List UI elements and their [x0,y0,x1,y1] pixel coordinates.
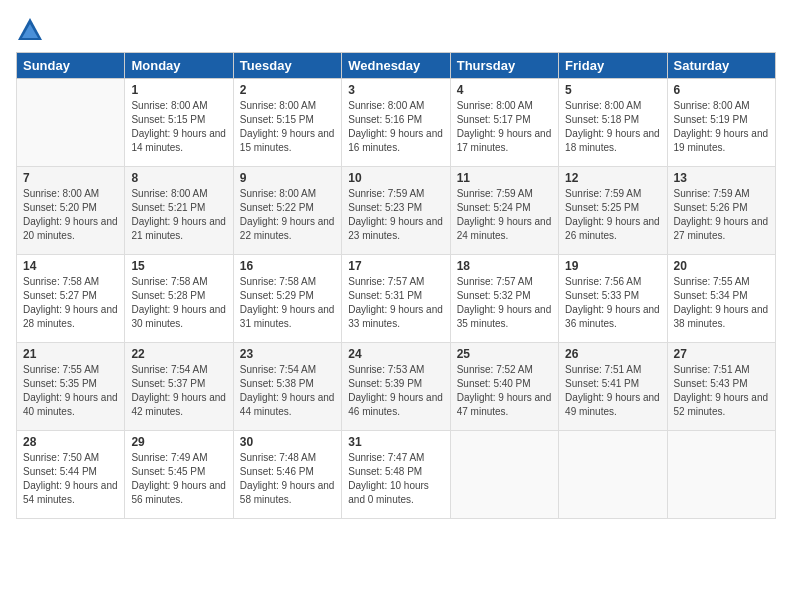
col-header-thursday: Thursday [450,53,558,79]
week-row-4: 21Sunrise: 7:55 AMSunset: 5:35 PMDayligh… [17,343,776,431]
day-info: Sunrise: 7:56 AMSunset: 5:33 PMDaylight:… [565,275,660,331]
day-number: 10 [348,171,443,185]
day-number: 2 [240,83,335,97]
day-cell: 3Sunrise: 8:00 AMSunset: 5:16 PMDaylight… [342,79,450,167]
day-number: 28 [23,435,118,449]
day-cell [17,79,125,167]
day-cell: 8Sunrise: 8:00 AMSunset: 5:21 PMDaylight… [125,167,233,255]
week-row-3: 14Sunrise: 7:58 AMSunset: 5:27 PMDayligh… [17,255,776,343]
day-info: Sunrise: 7:59 AMSunset: 5:26 PMDaylight:… [674,187,769,243]
day-cell: 20Sunrise: 7:55 AMSunset: 5:34 PMDayligh… [667,255,775,343]
day-info: Sunrise: 7:58 AMSunset: 5:28 PMDaylight:… [131,275,226,331]
day-cell: 2Sunrise: 8:00 AMSunset: 5:15 PMDaylight… [233,79,341,167]
day-info: Sunrise: 8:00 AMSunset: 5:16 PMDaylight:… [348,99,443,155]
day-info: Sunrise: 7:55 AMSunset: 5:35 PMDaylight:… [23,363,118,419]
day-info: Sunrise: 7:59 AMSunset: 5:24 PMDaylight:… [457,187,552,243]
day-info: Sunrise: 8:00 AMSunset: 5:15 PMDaylight:… [240,99,335,155]
day-info: Sunrise: 7:52 AMSunset: 5:40 PMDaylight:… [457,363,552,419]
day-number: 29 [131,435,226,449]
day-number: 24 [348,347,443,361]
day-cell: 5Sunrise: 8:00 AMSunset: 5:18 PMDaylight… [559,79,667,167]
day-info: Sunrise: 8:00 AMSunset: 5:17 PMDaylight:… [457,99,552,155]
day-number: 14 [23,259,118,273]
day-number: 31 [348,435,443,449]
header-row: SundayMondayTuesdayWednesdayThursdayFrid… [17,53,776,79]
day-info: Sunrise: 7:59 AMSunset: 5:25 PMDaylight:… [565,187,660,243]
day-cell: 21Sunrise: 7:55 AMSunset: 5:35 PMDayligh… [17,343,125,431]
day-cell: 17Sunrise: 7:57 AMSunset: 5:31 PMDayligh… [342,255,450,343]
day-number: 20 [674,259,769,273]
day-cell: 11Sunrise: 7:59 AMSunset: 5:24 PMDayligh… [450,167,558,255]
day-info: Sunrise: 7:50 AMSunset: 5:44 PMDaylight:… [23,451,118,507]
col-header-saturday: Saturday [667,53,775,79]
col-header-monday: Monday [125,53,233,79]
day-info: Sunrise: 8:00 AMSunset: 5:21 PMDaylight:… [131,187,226,243]
day-number: 25 [457,347,552,361]
day-number: 16 [240,259,335,273]
day-info: Sunrise: 7:54 AMSunset: 5:37 PMDaylight:… [131,363,226,419]
day-info: Sunrise: 7:49 AMSunset: 5:45 PMDaylight:… [131,451,226,507]
day-info: Sunrise: 7:55 AMSunset: 5:34 PMDaylight:… [674,275,769,331]
day-number: 19 [565,259,660,273]
day-number: 5 [565,83,660,97]
day-number: 30 [240,435,335,449]
logo [16,16,48,44]
day-cell [450,431,558,519]
day-info: Sunrise: 7:57 AMSunset: 5:31 PMDaylight:… [348,275,443,331]
day-cell: 19Sunrise: 7:56 AMSunset: 5:33 PMDayligh… [559,255,667,343]
col-header-tuesday: Tuesday [233,53,341,79]
day-cell: 6Sunrise: 8:00 AMSunset: 5:19 PMDaylight… [667,79,775,167]
day-number: 11 [457,171,552,185]
day-cell: 31Sunrise: 7:47 AMSunset: 5:48 PMDayligh… [342,431,450,519]
day-cell: 23Sunrise: 7:54 AMSunset: 5:38 PMDayligh… [233,343,341,431]
day-number: 4 [457,83,552,97]
day-info: Sunrise: 7:51 AMSunset: 5:43 PMDaylight:… [674,363,769,419]
logo-icon [16,16,44,44]
day-number: 12 [565,171,660,185]
day-number: 1 [131,83,226,97]
day-number: 27 [674,347,769,361]
day-number: 17 [348,259,443,273]
day-cell: 13Sunrise: 7:59 AMSunset: 5:26 PMDayligh… [667,167,775,255]
day-info: Sunrise: 7:54 AMSunset: 5:38 PMDaylight:… [240,363,335,419]
day-cell [667,431,775,519]
day-info: Sunrise: 8:00 AMSunset: 5:19 PMDaylight:… [674,99,769,155]
week-row-5: 28Sunrise: 7:50 AMSunset: 5:44 PMDayligh… [17,431,776,519]
day-cell: 14Sunrise: 7:58 AMSunset: 5:27 PMDayligh… [17,255,125,343]
day-number: 22 [131,347,226,361]
calendar-table: SundayMondayTuesdayWednesdayThursdayFrid… [16,52,776,519]
day-cell: 12Sunrise: 7:59 AMSunset: 5:25 PMDayligh… [559,167,667,255]
day-number: 8 [131,171,226,185]
day-cell [559,431,667,519]
day-cell: 9Sunrise: 8:00 AMSunset: 5:22 PMDaylight… [233,167,341,255]
day-number: 13 [674,171,769,185]
day-cell: 29Sunrise: 7:49 AMSunset: 5:45 PMDayligh… [125,431,233,519]
day-info: Sunrise: 7:58 AMSunset: 5:29 PMDaylight:… [240,275,335,331]
col-header-friday: Friday [559,53,667,79]
day-info: Sunrise: 8:00 AMSunset: 5:18 PMDaylight:… [565,99,660,155]
day-number: 23 [240,347,335,361]
day-info: Sunrise: 7:47 AMSunset: 5:48 PMDaylight:… [348,451,443,507]
day-cell: 24Sunrise: 7:53 AMSunset: 5:39 PMDayligh… [342,343,450,431]
day-info: Sunrise: 8:00 AMSunset: 5:20 PMDaylight:… [23,187,118,243]
day-info: Sunrise: 7:59 AMSunset: 5:23 PMDaylight:… [348,187,443,243]
day-info: Sunrise: 7:58 AMSunset: 5:27 PMDaylight:… [23,275,118,331]
page-header [16,16,776,44]
day-info: Sunrise: 7:48 AMSunset: 5:46 PMDaylight:… [240,451,335,507]
day-cell: 15Sunrise: 7:58 AMSunset: 5:28 PMDayligh… [125,255,233,343]
day-cell: 16Sunrise: 7:58 AMSunset: 5:29 PMDayligh… [233,255,341,343]
day-info: Sunrise: 7:57 AMSunset: 5:32 PMDaylight:… [457,275,552,331]
week-row-2: 7Sunrise: 8:00 AMSunset: 5:20 PMDaylight… [17,167,776,255]
day-cell: 25Sunrise: 7:52 AMSunset: 5:40 PMDayligh… [450,343,558,431]
day-number: 26 [565,347,660,361]
day-cell: 22Sunrise: 7:54 AMSunset: 5:37 PMDayligh… [125,343,233,431]
day-number: 15 [131,259,226,273]
col-header-sunday: Sunday [17,53,125,79]
day-cell: 30Sunrise: 7:48 AMSunset: 5:46 PMDayligh… [233,431,341,519]
day-number: 21 [23,347,118,361]
day-info: Sunrise: 8:00 AMSunset: 5:22 PMDaylight:… [240,187,335,243]
day-cell: 28Sunrise: 7:50 AMSunset: 5:44 PMDayligh… [17,431,125,519]
day-cell: 7Sunrise: 8:00 AMSunset: 5:20 PMDaylight… [17,167,125,255]
day-number: 7 [23,171,118,185]
day-info: Sunrise: 7:53 AMSunset: 5:39 PMDaylight:… [348,363,443,419]
